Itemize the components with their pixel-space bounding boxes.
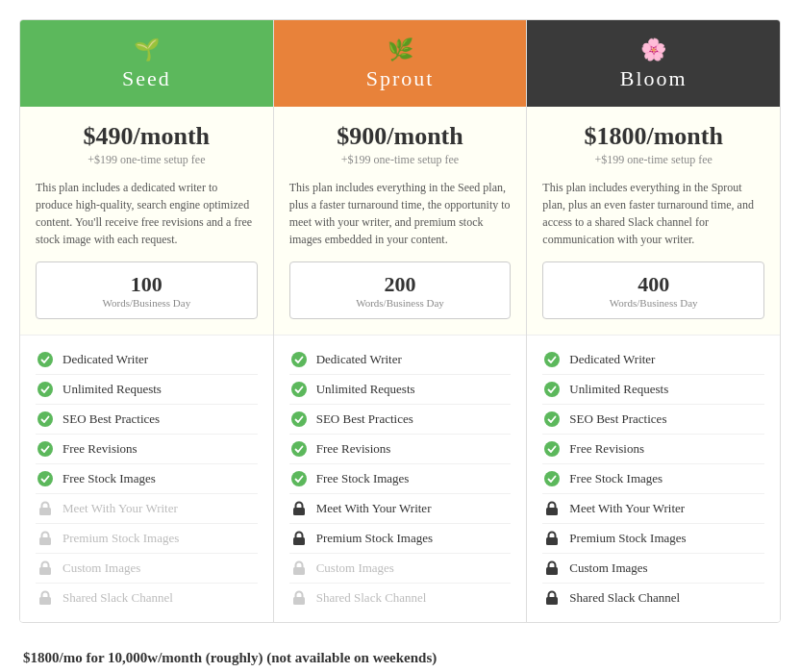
lock-icon (289, 590, 309, 606)
feature-label: Unlimited Requests (316, 382, 415, 397)
feature-label: Free Revisions (62, 441, 138, 457)
svg-rect-7 (39, 567, 51, 575)
feature-item: Dedicated Writer (36, 345, 258, 375)
feature-label: SEO Best Practices (62, 411, 160, 427)
svg-point-13 (291, 471, 307, 486)
feature-item: Shared Slack Channel (542, 584, 764, 612)
feature-label: Unlimited Requests (62, 382, 162, 397)
plan-bloom: 🌸 Bloom $1800/month +$199 one-time setup… (527, 20, 780, 622)
lock-icon (542, 501, 562, 516)
feature-item: Custom Images (36, 554, 258, 584)
plan-words-label-seed: Words/Business Day (44, 297, 249, 309)
feature-item: Free Revisions (542, 435, 764, 464)
plan-words-number-seed: 100 (44, 272, 249, 297)
check-icon (542, 382, 562, 397)
plan-name-sprout: Sprout (289, 66, 512, 91)
svg-point-18 (544, 352, 560, 367)
feature-item: Custom Images (289, 554, 512, 584)
svg-rect-23 (546, 508, 558, 515)
feature-label: Premium Stock Images (316, 531, 433, 546)
feature-label: Free Stock Images (316, 471, 410, 486)
plan-body-seed: $490/month +$199 one-time setup fee This… (20, 107, 273, 336)
plan-description-sprout: This plan includes everything in the See… (289, 179, 512, 248)
feature-label: Free Stock Images (569, 471, 662, 486)
check-icon (36, 441, 55, 457)
feature-label: Dedicated Writer (62, 352, 148, 367)
plan-price-sprout: $900/month (289, 122, 512, 151)
svg-point-20 (544, 411, 560, 427)
plan-words-box-sprout: 200 Words/Business Day (289, 261, 512, 319)
feature-item: Premium Stock Images (289, 524, 512, 554)
feature-item: Free Stock Images (36, 464, 258, 494)
lock-icon (289, 531, 309, 546)
feature-label: Custom Images (62, 560, 140, 576)
svg-point-3 (38, 441, 53, 457)
feature-label: Shared Slack Channel (569, 590, 680, 606)
feature-item: Free Revisions (36, 435, 258, 464)
svg-rect-17 (293, 597, 305, 605)
feature-item: Free Revisions (289, 435, 512, 464)
svg-rect-6 (39, 537, 51, 545)
plan-words-box-seed: 100 Words/Business Day (36, 261, 258, 319)
feature-item: Meet With Your Writer (289, 494, 512, 524)
check-icon (542, 352, 562, 367)
feature-label: Meet With Your Writer (62, 501, 178, 516)
plan-description-seed: This plan includes a dedicated writer to… (36, 179, 258, 248)
feature-label: Shared Slack Channel (62, 590, 173, 606)
feature-item: Free Stock Images (289, 464, 512, 494)
plan-words-number-sprout: 200 (298, 272, 503, 297)
plan-icon-bloom: 🌸 (542, 37, 764, 62)
plan-sprout: 🌿 Sprout $900/month +$199 one-time setup… (274, 20, 528, 622)
plan-words-label-bloom: Words/Business Day (551, 297, 756, 309)
plan-words-number-bloom: 400 (551, 272, 756, 297)
feature-item: Custom Images (542, 554, 764, 584)
feature-label: Dedicated Writer (316, 352, 402, 367)
lock-icon (542, 560, 562, 576)
svg-point-10 (291, 382, 307, 397)
plan-icon-seed: 🌱 (36, 37, 258, 62)
svg-point-1 (38, 382, 53, 397)
feature-label: Meet With Your Writer (316, 501, 432, 516)
plan-price-seed: $490/month (36, 122, 258, 151)
feature-item: Unlimited Requests (36, 375, 258, 405)
feature-item: Shared Slack Channel (36, 584, 258, 612)
check-icon (542, 471, 562, 486)
check-icon (542, 411, 562, 427)
feature-label: Premium Stock Images (62, 531, 179, 546)
svg-point-22 (544, 471, 560, 486)
plan-body-bloom: $1800/month +$199 one-time setup fee Thi… (527, 107, 780, 336)
check-icon (289, 471, 309, 486)
check-icon (36, 382, 55, 397)
feature-label: Meet With Your Writer (569, 501, 685, 516)
feature-item: SEO Best Practices (36, 405, 258, 435)
check-icon (289, 352, 309, 367)
plan-seed: 🌱 Seed $490/month +$199 one-time setup f… (20, 20, 274, 622)
check-icon (36, 352, 55, 367)
svg-point-11 (291, 411, 307, 427)
feature-item: Unlimited Requests (289, 375, 512, 405)
svg-point-4 (38, 471, 53, 486)
pricing-table: 🌱 Seed $490/month +$199 one-time setup f… (19, 19, 781, 623)
svg-point-9 (291, 352, 307, 367)
plan-icon-sprout: 🌿 (289, 37, 512, 62)
svg-point-21 (544, 441, 560, 457)
feature-label: Shared Slack Channel (316, 590, 427, 606)
feature-item: Unlimited Requests (542, 375, 764, 405)
lock-icon (36, 501, 55, 516)
feature-label: SEO Best Practices (316, 411, 413, 427)
check-icon (289, 382, 309, 397)
lock-icon (542, 590, 562, 606)
plan-description-bloom: This plan includes everything in the Spr… (542, 179, 764, 248)
feature-label: Free Revisions (569, 441, 644, 457)
feature-label: Custom Images (316, 560, 394, 576)
plan-header-bloom: 🌸 Bloom (527, 20, 780, 107)
plan-setup-seed: +$199 one-time setup fee (36, 153, 258, 167)
feature-item: Free Stock Images (542, 464, 764, 494)
plan-setup-bloom: +$199 one-time setup fee (542, 153, 764, 167)
feature-item: Meet With Your Writer (542, 494, 764, 524)
lock-icon (289, 501, 309, 516)
plan-name-bloom: Bloom (542, 66, 764, 91)
feature-item: Meet With Your Writer (36, 494, 258, 524)
plan-features-sprout: Dedicated Writer Unlimited Requests SEO … (274, 336, 527, 622)
check-icon (36, 471, 55, 486)
